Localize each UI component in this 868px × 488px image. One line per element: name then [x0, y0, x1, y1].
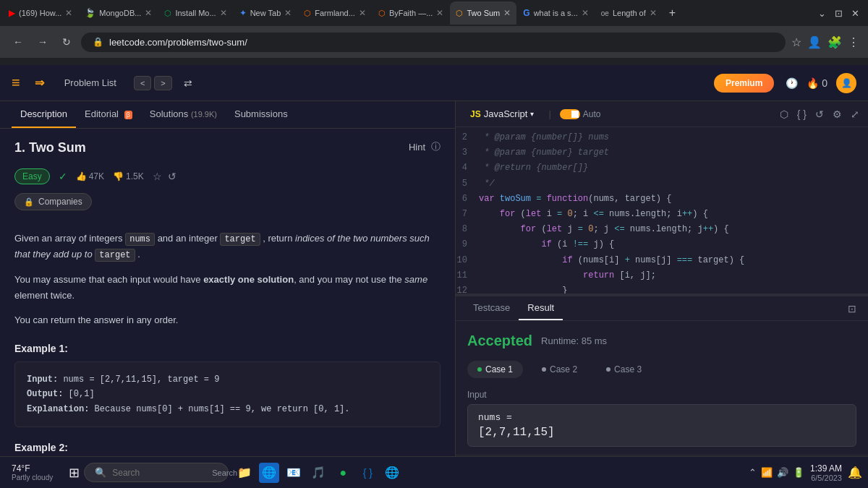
- input-label: Input: [467, 390, 856, 400]
- result-content: Accepted Runtime: 85 ms Case 1 Case 2 Ca…: [456, 321, 868, 455]
- profile-icon[interactable]: 👤: [807, 35, 822, 49]
- example1-box: Input: nums = [2,7,11,15], target = 9 Ou…: [14, 361, 441, 427]
- fullscreen-icon[interactable]: ⤢: [851, 108, 859, 120]
- tab-farmland[interactable]: ⬡ Farmland... ✕: [298, 1, 372, 25]
- tab-byfaith[interactable]: ⬡ ByFaith —... ✕: [373, 1, 450, 25]
- fullscreen-result-icon[interactable]: ⊡: [845, 300, 859, 317]
- tab-label: New Tab: [250, 9, 281, 17]
- dislikes-count[interactable]: 👎 1.5K: [113, 171, 144, 181]
- code-editor[interactable]: 2 * @param {number[]} nums 3 * @param {n…: [456, 127, 868, 294]
- fire-icon[interactable]: 🔥 0: [807, 77, 827, 89]
- weather-widget: 74°F Partly cloudy: [6, 463, 59, 481]
- taskbar-icon-browser[interactable]: 🌐: [259, 463, 279, 483]
- tab-editorial[interactable]: Editorial β: [76, 101, 141, 128]
- solved-check-icon: ✓: [59, 171, 67, 182]
- tab-close-icon[interactable]: ✕: [220, 8, 227, 18]
- expand-icon[interactable]: { }: [797, 108, 807, 120]
- result-tabs: Testcase Result ⊡: [456, 296, 868, 321]
- tab-newtab[interactable]: ✦ New Tab ✕: [234, 1, 298, 25]
- tab-mongodb[interactable]: 🍃 MongoDB... ✕: [79, 1, 158, 25]
- tab-youtube[interactable]: ▶ (169) How... ✕: [3, 1, 78, 25]
- tab-close-icon[interactable]: ✕: [503, 8, 511, 18]
- notification-icon[interactable]: 🔔: [848, 466, 862, 479]
- tab-lengthof[interactable]: oe Length of ✕: [595, 1, 663, 25]
- tab-close-icon[interactable]: ✕: [145, 8, 152, 18]
- maximize-icon[interactable]: ⊡: [835, 8, 843, 19]
- address-bar[interactable]: 🔒 leetcode.com/problems/two-sum/: [81, 33, 786, 52]
- tab-close-icon[interactable]: ✕: [284, 8, 292, 18]
- action-icons: ☆ ↺: [153, 171, 176, 182]
- tab-install[interactable]: ⬡ Install Mo... ✕: [158, 1, 232, 25]
- case2-button[interactable]: Case 2: [532, 361, 587, 378]
- refresh-button[interactable]: ↻: [58, 33, 75, 51]
- shuffle-icon[interactable]: ⇄: [184, 77, 192, 89]
- tab-result[interactable]: Result: [519, 296, 563, 320]
- tab-testcase[interactable]: Testcase: [464, 296, 519, 320]
- tab-label: what is a s...: [534, 9, 578, 17]
- left-panel-tabs: Description Editorial β Solutions (19.9K…: [0, 101, 455, 129]
- battery-icon[interactable]: 🔋: [793, 467, 804, 478]
- tab-description[interactable]: Description: [12, 101, 76, 128]
- input-value: [2,7,11,15]: [478, 426, 846, 439]
- taskbar-icon-code[interactable]: { }: [357, 463, 378, 483]
- premium-button[interactable]: Premium: [714, 74, 774, 93]
- user-avatar[interactable]: 👤: [836, 73, 856, 93]
- minimize-icon[interactable]: ⌄: [818, 8, 826, 19]
- tab-bar: ▶ (169) How... ✕ 🍃 MongoDB... ✕ ⬡ Instal…: [0, 0, 868, 26]
- settings-icon[interactable]: ⋮: [848, 35, 859, 49]
- likes-count[interactable]: 👍 47K: [76, 171, 104, 181]
- next-problem-button[interactable]: >: [154, 76, 171, 90]
- taskbar-icon-email[interactable]: 📧: [284, 463, 304, 483]
- input-value-box: nums = [2,7,11,15]: [467, 404, 856, 447]
- system-icons: ⌃ 📶 🔊 🔋: [749, 467, 804, 478]
- taskbar-icon-spotify[interactable]: ●: [333, 463, 353, 483]
- extensions-icon[interactable]: 🧩: [827, 35, 842, 49]
- tab-submissions[interactable]: Submissions: [226, 101, 297, 128]
- tab-solutions[interactable]: Solutions (19.9K): [141, 101, 226, 128]
- time-widget[interactable]: 1:39 AM 6/5/2023: [810, 463, 842, 482]
- companies-button[interactable]: 🔒 Companies: [14, 193, 92, 210]
- star-icon[interactable]: ☆: [153, 171, 162, 182]
- taskbar-icon-app1[interactable]: 🌐: [382, 463, 402, 483]
- settings-icon[interactable]: ⚙: [833, 108, 842, 120]
- case3-button[interactable]: Case 3: [596, 361, 652, 378]
- wifi-icon[interactable]: 📶: [761, 467, 773, 478]
- app1-icon: 🌐: [385, 466, 399, 479]
- prev-problem-button[interactable]: <: [134, 76, 151, 90]
- back-button[interactable]: ←: [9, 33, 27, 51]
- search-bar[interactable]: 🔍 Search: [84, 463, 229, 482]
- language-label: JavaScript: [484, 108, 528, 119]
- close-browser-icon[interactable]: ✕: [851, 8, 859, 19]
- solutions-count: (19.9K): [191, 110, 217, 119]
- case1-button[interactable]: Case 1: [467, 361, 523, 378]
- search-input[interactable]: [112, 468, 206, 478]
- hint-button[interactable]: Hint: [409, 142, 425, 153]
- tab-close-icon[interactable]: ✕: [650, 8, 657, 18]
- tab-twosum[interactable]: ⬡ Two Sum ✕: [450, 1, 516, 25]
- undo-icon[interactable]: ↺: [815, 108, 824, 120]
- volume-icon[interactable]: 🔊: [777, 467, 788, 478]
- case2-status-dot: [542, 367, 546, 372]
- clock-icon[interactable]: 🕐: [786, 77, 798, 89]
- tab-close-icon[interactable]: ✕: [359, 8, 366, 18]
- bookmark-icon[interactable]: ☆: [791, 35, 801, 49]
- taskbar-app-icons: 📁 🌐 📧 🎵 ● { } 🌐: [234, 463, 402, 483]
- save-icon[interactable]: ⬡: [780, 108, 788, 120]
- start-button[interactable]: ⊞: [64, 462, 84, 484]
- accepted-text: Accepted: [467, 333, 532, 349]
- taskbar-icon-files[interactable]: 📁: [234, 463, 255, 483]
- tab-whatis[interactable]: G what is a s... ✕: [517, 1, 594, 25]
- tab-close-icon[interactable]: ✕: [436, 8, 443, 18]
- forward-button[interactable]: →: [33, 33, 52, 51]
- code-line: 12 }: [456, 283, 868, 294]
- taskbar-icon-media[interactable]: 🎵: [308, 463, 328, 483]
- new-tab-button[interactable]: +: [663, 4, 681, 22]
- tab-close-icon[interactable]: ✕: [582, 8, 589, 18]
- language-selector[interactable]: JS JavaScript ▾: [464, 106, 540, 122]
- auto-toggle[interactable]: Auto: [560, 109, 601, 119]
- problem-content: 1. Two Sum Hint ⓘ Easy ✓ 👍 47K 👎 1.5K: [0, 129, 455, 488]
- tab-close-icon[interactable]: ✕: [65, 8, 72, 18]
- problem-list-nav[interactable]: Problem List: [59, 74, 122, 91]
- refresh-problem-icon[interactable]: ↺: [168, 171, 176, 182]
- chevron-up-icon[interactable]: ⌃: [749, 467, 757, 478]
